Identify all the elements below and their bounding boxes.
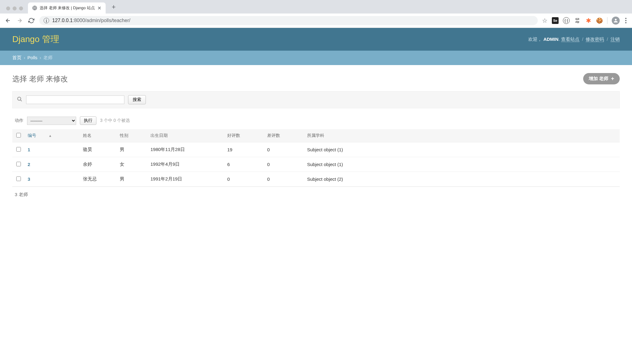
row-birth: 1992年4月9日 [147,157,224,172]
close-window-button[interactable] [6,6,10,10]
column-header-name[interactable]: 姓名 [80,129,117,142]
actions-select[interactable]: --------- [27,117,76,125]
column-header-bad[interactable]: 差评数 [264,129,304,142]
breadcrumb-current: 老师 [43,55,53,60]
globe-icon [32,6,37,10]
forward-button[interactable] [16,17,23,24]
actions-label: 动作 [15,118,23,123]
column-header-good[interactable]: 好评数 [224,129,264,142]
username: ADMIN [543,37,558,42]
tab-title: 选择 老师 来修改 | Django 站点 [40,5,95,11]
row-checkbox[interactable] [16,162,21,166]
row-bad: 0 [264,157,304,172]
column-header-id[interactable]: 编号▲ [25,129,80,142]
reload-button[interactable] [28,17,35,24]
address-bar: i 127.0.0.1:8000/admin/polls/teacher/ ☆ … [0,14,632,28]
table-row: 3张无忌男1991年2月19日00Subject object (2) [12,172,620,187]
row-bad: 0 [264,142,304,157]
row-checkbox[interactable] [16,176,21,181]
user-links: 欢迎， ADMIN. 查看站点 / 修改密码 / 注销 [528,37,620,42]
profile-avatar-icon[interactable] [612,17,620,25]
add-teacher-button[interactable]: 增加 老师 + [583,73,620,84]
site-info-icon[interactable]: i [44,18,49,23]
content: 选择 老师 来修改 增加 老师 + 搜索 动作 --------- 执行 3 个… [0,65,632,211]
row-subject: Subject object (1) [304,157,620,172]
admin-header: Django 管理 欢迎， ADMIN. 查看站点 / 修改密码 / 注销 [0,28,632,51]
selection-count: 3 个中 0 个被选 [100,118,130,123]
row-id-link[interactable]: 2 [28,162,30,167]
gitzip-extension-icon[interactable]: Gitzip [574,17,581,24]
logout-link[interactable]: 注销 [611,37,620,42]
footer-count: 3 老师 [12,187,620,203]
url-text: 127.0.0.1:8000/admin/polls/teacher/ [52,18,130,23]
extension-icon-star[interactable]: ✱ [585,17,592,24]
svg-point-1 [18,97,21,100]
new-tab-button[interactable]: + [108,3,119,14]
breadcrumb-home[interactable]: 首页 [12,55,21,60]
page-header: 选择 老师 来修改 增加 老师 + [12,73,620,84]
sort-asc-icon: ▲ [49,134,52,137]
row-good: 19 [224,142,264,157]
plus-icon: + [611,76,614,82]
row-checkbox[interactable] [16,147,21,152]
results-table: 编号▲ 姓名 性别 出生日期 好评数 差评数 所属学科 1骆昊男1980年11月… [12,129,620,187]
maximize-window-button[interactable] [19,6,23,10]
search-icon [17,96,22,103]
browser-tab[interactable]: 选择 老师 来修改 | Django 站点 ✕ [28,2,106,14]
bookmark-star-icon[interactable]: ☆ [542,17,548,24]
search-button[interactable]: 搜索 [128,95,146,104]
row-name: 张无忌 [80,172,117,187]
minimize-window-button[interactable] [13,6,17,10]
row-good: 6 [224,157,264,172]
row-gender: 男 [117,172,147,187]
column-header-gender[interactable]: 性别 [117,129,147,142]
cookie-extension-icon[interactable]: 🍪 [596,17,603,24]
select-all-checkbox[interactable] [16,133,21,137]
extension-icons: Se {·} Gitzip ✱ 🍪 [552,17,628,25]
column-header-subject[interactable]: 所属学科 [304,129,620,142]
change-password-link[interactable]: 修改密码 [586,37,604,42]
site-brand[interactable]: Django 管理 [12,33,59,45]
browser-menu-icon[interactable] [624,17,628,25]
row-name: 余婷 [80,157,117,172]
search-input[interactable] [26,95,124,104]
row-gender: 女 [117,157,147,172]
row-good: 0 [224,172,264,187]
breadcrumb: 首页 › Polls › 老师 [0,51,632,65]
row-name: 骆昊 [80,142,117,157]
extension-icon-circle[interactable]: {·} [563,17,570,24]
search-bar: 搜索 [12,91,620,108]
url-bar[interactable]: i 127.0.0.1:8000/admin/polls/teacher/ [39,16,538,25]
row-birth: 1991年2月19日 [147,172,224,187]
page-title: 选择 老师 来修改 [12,74,68,84]
breadcrumb-app[interactable]: Polls [27,55,37,60]
table-row: 2余婷女1992年4月9日60Subject object (1) [12,157,620,172]
row-subject: Subject object (2) [304,172,620,187]
table-row: 1骆昊男1980年11月28日190Subject object (1) [12,142,620,157]
tab-bar: 选择 老师 来修改 | Django 站点 ✕ + [0,0,632,14]
back-button[interactable] [4,17,12,24]
go-button[interactable]: 执行 [80,116,96,125]
row-id-link[interactable]: 3 [28,176,30,182]
row-subject: Subject object (1) [304,142,620,157]
separator [607,17,607,24]
row-birth: 1980年11月28日 [147,142,224,157]
actions-row: 动作 --------- 执行 3 个中 0 个被选 [12,116,620,129]
view-site-link[interactable]: 查看站点 [561,37,579,42]
row-id-link[interactable]: 1 [28,147,30,152]
browser-chrome: 选择 老师 来修改 | Django 站点 ✕ + i 127.0.0.1:80… [0,0,632,28]
column-header-birth[interactable]: 出生日期 [147,129,224,142]
selenium-extension-icon[interactable]: Se [552,17,559,24]
row-gender: 男 [117,142,147,157]
window-controls [4,6,25,14]
close-tab-icon[interactable]: ✕ [97,5,101,11]
welcome-text: 欢迎， [528,37,542,42]
row-bad: 0 [264,172,304,187]
